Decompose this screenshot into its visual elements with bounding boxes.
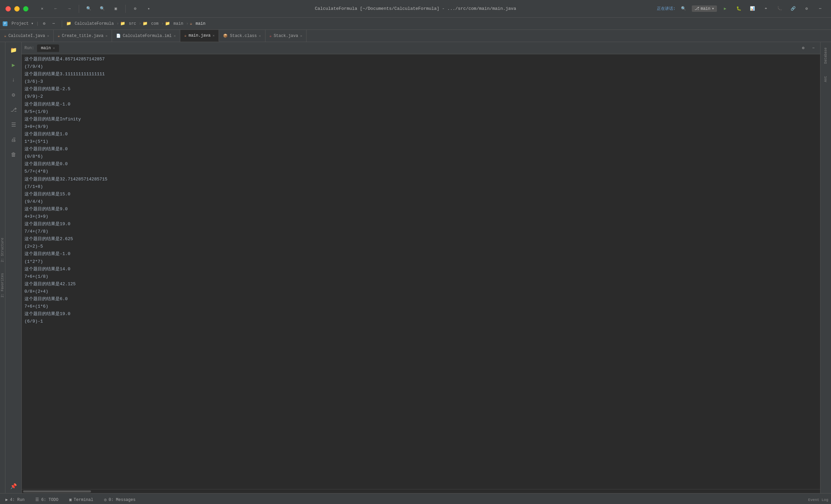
tab-label-stack-class: Stack.class: [230, 34, 257, 38]
console-line: 8/5+(1/0): [24, 108, 817, 116]
tab-label-stack-java: Stack.java: [274, 34, 298, 38]
messages-tab-icon: ◎: [104, 497, 107, 502]
tab-close-main-java[interactable]: ✕: [213, 34, 215, 38]
debug-btn[interactable]: 🐛: [733, 3, 744, 14]
more-btn[interactable]: ⋯: [815, 3, 826, 14]
close-nav-btn[interactable]: ✕: [37, 3, 48, 14]
search-everywhere-btn[interactable]: 🔍: [678, 3, 689, 14]
zoom-in-button[interactable]: 🔍: [97, 3, 108, 14]
layout-button[interactable]: ▣: [110, 3, 121, 14]
sidebar-run-icon[interactable]: ▶: [7, 58, 20, 72]
coverage-btn[interactable]: ☂: [760, 3, 771, 14]
zoom-out-button[interactable]: 🔍: [83, 3, 94, 14]
breadcrumb-more[interactable]: ⋯: [50, 20, 58, 28]
breadcrumb-project[interactable]: Project ▾: [10, 20, 35, 27]
tab-calculateI[interactable]: ☕ CalculateI.java ✕: [0, 30, 54, 42]
tab-close-calculateI[interactable]: ✕: [47, 34, 49, 38]
maximize-button[interactable]: [23, 6, 29, 12]
com-icon: 📁: [143, 21, 148, 26]
tools-button[interactable]: ✦: [143, 3, 154, 14]
back-button[interactable]: ←: [50, 3, 61, 14]
horizontal-scrollbar[interactable]: [22, 489, 820, 493]
branch-selector[interactable]: ⎇ main ▾: [692, 5, 717, 12]
breadcrumb-options[interactable]: ⚙: [40, 20, 48, 28]
tab-icon-create-title: ☕: [58, 34, 60, 38]
sidebar-pin-icon[interactable]: 📌: [7, 480, 20, 493]
chevron-down-icon: ▾: [712, 6, 714, 11]
right-sidebar: Database Ant: [820, 42, 831, 493]
branch-name: main: [701, 6, 710, 11]
console-line: 3+0+(9/9): [24, 123, 817, 131]
tab-stack-java[interactable]: ☕ Stack.java ✕: [265, 30, 307, 42]
console-output[interactable]: 这个题目的结果是4.857142857142857(7/9/4)这个题目的结果是…: [22, 54, 820, 489]
sidebar-settings-icon[interactable]: ⚙: [7, 88, 20, 102]
console-line: 这个题目的结果是-1.0: [24, 101, 817, 108]
run-btn[interactable]: ▶: [720, 3, 731, 14]
tab-label-main-java: main.java: [188, 33, 210, 38]
breadcrumb-root[interactable]: CalculateFormula: [73, 21, 115, 27]
sidebar-structure-icon[interactable]: ☰: [7, 118, 20, 132]
minimize-button[interactable]: [14, 6, 20, 12]
console-line: 这个题目的结果是-2.5: [24, 85, 817, 93]
console-line: (3/6)-3: [24, 78, 817, 85]
sidebar-project-icon[interactable]: 📁: [7, 43, 20, 57]
build-button[interactable]: ⚙: [130, 3, 141, 14]
tab-close-stack-java[interactable]: ✕: [300, 34, 302, 38]
tab-label-calculateI: CalculateI.java: [8, 34, 45, 38]
ant-label[interactable]: Ant: [824, 73, 828, 85]
breadcrumb-main-folder[interactable]: main: [172, 21, 185, 27]
console-line: 7/4+(7/8): [24, 228, 817, 235]
nav-controls: ✕ ← → 🔍 🔍 ▣ ⚙ ✦: [29, 3, 154, 14]
status-bar: Event Log: [808, 498, 828, 502]
event-log-btn[interactable]: Event Log: [808, 498, 828, 502]
run-label: Run:: [24, 46, 34, 51]
share-btn[interactable]: 🔗: [788, 3, 798, 14]
console-line: (9/9)-2: [24, 93, 817, 100]
console-line: 0/8+(2+4): [24, 288, 817, 295]
bottom-tab-terminal[interactable]: ▣ Terminal: [67, 496, 96, 504]
breadcrumb: P Project ▾ | ⚙ ⋯ 📁 CalculateFormula › 📁…: [0, 18, 831, 30]
console-line: 这个题目的结果是15.0: [24, 191, 817, 198]
run-settings-btn[interactable]: ⚙: [799, 44, 807, 52]
sidebar-trash-icon[interactable]: 🗑: [7, 148, 20, 161]
bottom-tab-messages[interactable]: ◎ 0: Messages: [101, 496, 138, 504]
tab-stack-class[interactable]: 📦 Stack.class ✕: [219, 30, 265, 42]
run-tab-close[interactable]: ✕: [53, 46, 55, 50]
console-line: 这个题目的结果是0.0: [24, 160, 817, 168]
close-button[interactable]: [5, 6, 11, 12]
tab-main-java[interactable]: ☕ main.java ✕: [180, 30, 219, 42]
sidebar-git-icon[interactable]: ⎇: [7, 103, 20, 117]
run-minimize-btn[interactable]: −: [809, 44, 817, 52]
sidebar-print-icon[interactable]: 🖨: [7, 133, 20, 147]
call-btn[interactable]: 📞: [774, 3, 785, 14]
scrollbar-thumb[interactable]: [23, 490, 91, 492]
sidebar-down-icon[interactable]: ↓: [7, 73, 20, 87]
tab-iml[interactable]: 📄 CalculateFormula.iml ✕: [112, 30, 180, 42]
tab-create-title[interactable]: ☕ Create_title.java ✕: [54, 30, 112, 42]
settings-btn[interactable]: ⚙: [801, 3, 812, 14]
breadcrumb-com[interactable]: com: [150, 21, 160, 27]
tab-close-create-title[interactable]: ✕: [106, 34, 108, 38]
tab-label-create-title: Create_title.java: [62, 34, 103, 38]
console-line: 这个题目的结果是14.0: [24, 266, 817, 273]
tab-close-stack-class[interactable]: ✕: [259, 34, 261, 38]
console-line: 5/7+(4*8): [24, 168, 817, 175]
database-label[interactable]: Database: [824, 45, 828, 66]
forward-button[interactable]: →: [64, 3, 75, 14]
console-line: (7/1+8): [24, 183, 817, 191]
tab-icon-main-java: ☕: [184, 33, 187, 38]
tab-icon-iml: 📄: [116, 34, 121, 38]
file-tabs: ☕ CalculateI.java ✕ ☕ Create_title.java …: [0, 30, 831, 42]
profile-btn[interactable]: 📊: [747, 3, 758, 14]
breadcrumb-main-file[interactable]: main: [194, 21, 207, 27]
structure-label[interactable]: 2: Structure: [1, 235, 4, 265]
favorites-label[interactable]: 2: Favorites: [1, 270, 4, 300]
run-tab-main[interactable]: main ✕: [37, 44, 59, 52]
main-file-icon: ☕: [190, 21, 192, 26]
bottom-tab-run[interactable]: ▶ 4: Run: [3, 496, 27, 504]
tab-close-iml[interactable]: ✕: [174, 34, 176, 38]
bottom-tab-todo[interactable]: ☰ 6: TODO: [33, 496, 61, 504]
breadcrumb-src[interactable]: src: [127, 21, 137, 27]
left-sidebar: 📁 ▶ ↓ ⚙ ⎇ ☰ 🖨 🗑 📌: [5, 42, 22, 493]
todo-tab-text: 6: TODO: [41, 498, 58, 502]
